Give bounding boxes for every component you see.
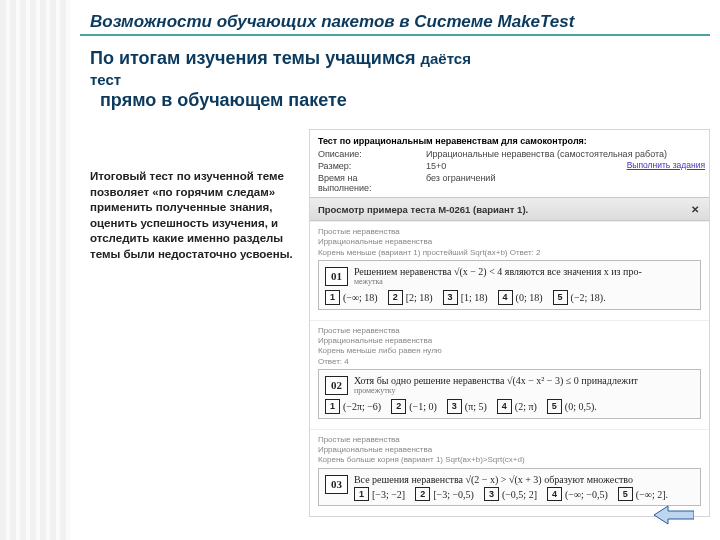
- option-text: (0; 18): [516, 291, 543, 305]
- option-text: (−∞; 2].: [636, 488, 668, 502]
- stem-continuation: промежутку: [327, 386, 694, 397]
- option-text: (2; π): [515, 400, 537, 414]
- answer-option[interactable]: 5(0; 0,5).: [547, 399, 597, 413]
- prev-arrow-button[interactable]: [654, 504, 694, 526]
- app-window: Тест по иррациональным неравенствам для …: [309, 129, 710, 517]
- page-title: Возможности обучающих пакетов в Системе …: [80, 12, 710, 36]
- option-text: (−∞; 18): [343, 291, 378, 305]
- option-key: 5: [553, 290, 568, 304]
- answer-option[interactable]: 4(0; 18): [498, 290, 543, 304]
- question-block: Простые неравенстваИррациональные нераве…: [310, 221, 709, 320]
- question-tags: Простые неравенстваИррациональные нераве…: [318, 227, 701, 258]
- option-key: 4: [497, 399, 512, 413]
- option-text: (−∞; −0,5): [565, 488, 608, 502]
- answer-option[interactable]: 5(−∞; 2].: [618, 487, 668, 501]
- subtitle: По итогам изучения темы учащимся даётся …: [80, 48, 710, 111]
- description-text: Итоговый тест по изученной теме позволяе…: [80, 129, 299, 517]
- question-block: Простые неравенстваИррациональные нераве…: [310, 320, 709, 429]
- answer-options: 1(−∞; 18)2[2; 18)3[1; 18)4(0; 18)5(−2; 1…: [325, 290, 694, 304]
- decorative-strip: [0, 0, 70, 540]
- option-key: 4: [547, 487, 562, 501]
- meta-row: Описание:Иррациональные неравенства (сам…: [318, 149, 701, 159]
- option-text: (0; 0,5).: [565, 400, 597, 414]
- option-text: (π; 5): [465, 400, 487, 414]
- question-number: 03: [325, 475, 348, 494]
- option-key: 3: [484, 487, 499, 501]
- slide-content: Возможности обучающих пакетов в Системе …: [80, 12, 710, 532]
- subtitle-line1: По итогам изучения темы учащимся даётся: [90, 48, 471, 68]
- option-key: 1: [354, 487, 369, 501]
- answer-option[interactable]: 2[−3; −0,5): [415, 487, 474, 501]
- option-key: 5: [547, 399, 562, 413]
- preview-bar: Просмотр примера теста М-0261 (вариант 1…: [310, 197, 709, 221]
- option-key: 2: [388, 290, 403, 304]
- option-key: 5: [618, 487, 633, 501]
- answer-options: 1(−2π; −6)2(−1; 0)3(π; 5)4(2; π)5(0; 0,5…: [325, 399, 694, 413]
- question-stem: 03Все решения неравенства √(2 − x) > √(x…: [318, 468, 701, 507]
- meta-row: Время на выполнение:без ограничений: [318, 173, 701, 193]
- question-number: 01: [325, 267, 348, 286]
- answer-option[interactable]: 3(π; 5): [447, 399, 487, 413]
- option-text: (−2; 18).: [571, 291, 606, 305]
- svg-marker-0: [654, 506, 694, 524]
- body-row: Итоговый тест по изученной теме позволяе…: [80, 129, 710, 517]
- app-header-title: Тест по иррациональным неравенствам для …: [318, 136, 701, 146]
- option-key: 1: [325, 290, 340, 304]
- stem-continuation: межутка: [327, 277, 694, 288]
- run-tasks-link[interactable]: Выполнить задания: [627, 160, 705, 170]
- answer-option[interactable]: 1(−∞; 18): [325, 290, 378, 304]
- option-text: [−3; −2]: [372, 488, 405, 502]
- option-text: (−1; 0): [409, 400, 437, 414]
- option-key: 3: [447, 399, 462, 413]
- answer-option[interactable]: 3[1; 18): [443, 290, 488, 304]
- question-tags: Простые неравенстваИррациональные нераве…: [318, 326, 701, 368]
- option-key: 2: [391, 399, 406, 413]
- answer-option[interactable]: 1(−2π; −6): [325, 399, 381, 413]
- subtitle-test: тест: [90, 71, 710, 88]
- option-text: [−3; −0,5): [433, 488, 474, 502]
- option-text: [1; 18): [461, 291, 488, 305]
- answer-option[interactable]: 4(−∞; −0,5): [547, 487, 608, 501]
- answer-options: 1[−3; −2]2[−3; −0,5)3(−0,5; 2]4(−∞; −0,5…: [354, 487, 694, 501]
- question-number: 02: [325, 376, 348, 395]
- answer-option[interactable]: 1[−3; −2]: [354, 487, 405, 501]
- option-text: (−2π; −6): [343, 400, 381, 414]
- answer-option[interactable]: 2(−1; 0): [391, 399, 437, 413]
- answer-option[interactable]: 4(2; π): [497, 399, 537, 413]
- option-text: [2; 18): [406, 291, 433, 305]
- option-key: 1: [325, 399, 340, 413]
- close-icon[interactable]: ✕: [689, 203, 701, 215]
- answer-option[interactable]: 2[2; 18): [388, 290, 433, 304]
- question-stem: 01Решением неравенства √(x − 2) < 4 явля…: [318, 260, 701, 309]
- option-text: (−0,5; 2]: [502, 488, 537, 502]
- option-key: 3: [443, 290, 458, 304]
- question-block: Простые неравенстваИррациональные нераве…: [310, 429, 709, 517]
- subtitle-line2: прямо в обучающем пакете: [90, 90, 710, 111]
- option-key: 2: [415, 487, 430, 501]
- option-key: 4: [498, 290, 513, 304]
- question-tags: Простые неравенстваИррациональные нераве…: [318, 435, 701, 466]
- answer-option[interactable]: 5(−2; 18).: [553, 290, 606, 304]
- answer-option[interactable]: 3(−0,5; 2]: [484, 487, 537, 501]
- question-stem: 02Хотя бы одно решение неравенства √(4x …: [318, 369, 701, 418]
